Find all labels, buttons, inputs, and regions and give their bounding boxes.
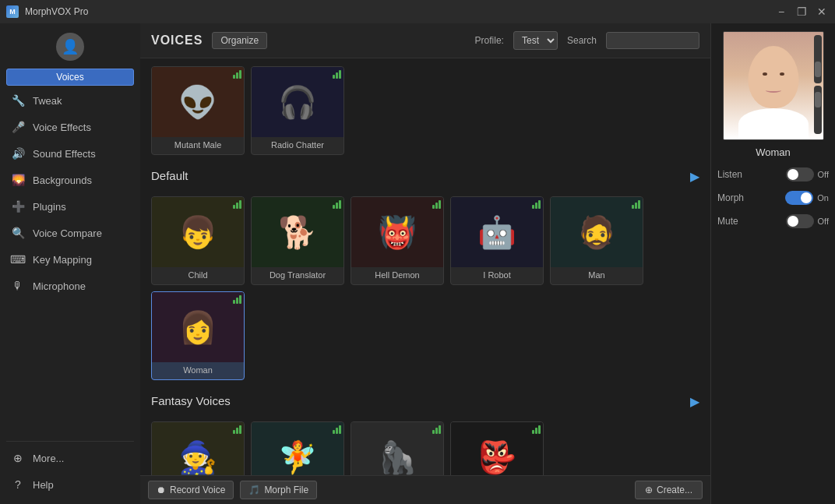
sidebar-item-more[interactable]: ⊕ More... [0,445,140,471]
morph-toggle[interactable] [785,191,813,205]
main-layout: 👤 Voices 🔧 Tweak 🎤 Voice Effects 🔊 Sound… [0,23,835,504]
voice-icon-i-robot: 🤖 [477,214,516,251]
sidebar-icon-help: ? [11,478,25,492]
voice-card-female-pixie[interactable]: 🧚 Female Pixie [251,421,344,475]
voices-button[interactable]: Voices [6,69,134,86]
signal-bars [532,425,541,434]
voice-card-man[interactable]: 🧔 Man [550,196,643,285]
sidebar-icon-sound-effects: 🔊 [11,146,25,160]
morph-file-button[interactable]: 🎵 Morph File [240,481,317,499]
voice-grid-default: 👦 Child 🐕 Dog Translator 👹 Hell Demon [151,196,699,380]
voice-card-i-robot[interactable]: 🤖 I Robot [450,196,544,285]
signal-bars [333,70,341,79]
sidebar-bottom: ⊕ More... ? Help [0,438,140,504]
profile-select[interactable]: Test [513,31,558,50]
selected-voice-image [723,31,824,140]
create-icon: ⊕ [645,485,653,495]
voice-card-giant[interactable]: 🦍 Giant [351,421,444,475]
mute-toggle[interactable] [786,214,814,228]
voice-card-image-dwarf: 🧙 [151,422,245,475]
sidebar-icon-backgrounds: 🌄 [11,173,25,187]
voice-grid-recent: 👽 Mutant Male 🎧 Radio Chatter [151,66,699,155]
signal-bars [233,425,241,434]
sidebar-item-help[interactable]: ? Help [0,471,140,498]
voice-toolbar: ⏺ Record Voice 🎵 Morph File ⊕ Create... [140,475,710,504]
search-input[interactable] [606,32,699,49]
profile-label: Profile: [475,35,504,46]
morph-control: Morph On [717,191,829,205]
minimize-button[interactable]: − [774,5,788,19]
voice-header: VOICES Organize Profile: Test Search [140,23,710,58]
sidebar-item-tweak[interactable]: 🔧 Tweak [0,87,140,114]
voice-card-image-dog-translator: 🐕 [251,197,344,267]
sidebar-label-microphone: Microphone [33,280,86,292]
voice-icon-man: 🧔 [577,214,616,251]
sidebar-item-backgrounds[interactable]: 🌄 Backgrounds [0,167,140,193]
voice-card-image-giant: 🦍 [351,422,444,475]
signal-bars [233,200,241,209]
section-arrow-fantasy[interactable]: ▶ [690,394,699,409]
voice-card-hell-demon[interactable]: 👹 Hell Demon [351,196,444,285]
sidebar-label-help: Help [33,479,54,491]
listen-toggle[interactable] [786,167,814,182]
sidebar: 👤 Voices 🔧 Tweak 🎤 Voice Effects 🔊 Sound… [0,23,140,504]
voice-card-dog-translator[interactable]: 🐕 Dog Translator [251,196,344,285]
voice-sections: 👽 Mutant Male 🎧 Radio Chatter Default ▶ … [151,66,699,475]
section-arrow-default[interactable]: ▶ [690,169,699,184]
close-button[interactable]: ✕ [815,5,829,19]
voice-card-woman[interactable]: 👩 Woman [151,291,245,380]
sidebar-item-voice-effects[interactable]: 🎤 Voice Effects [0,114,140,140]
voice-grid-fantasy: 🧙 Dwarf 🧚 Female Pixie 🦍 Giant [151,421,699,475]
voice-card-child[interactable]: 👦 Child [151,196,245,285]
sidebar-item-plugins[interactable]: ➕ Plugins [0,193,140,220]
voice-card-radio-chatter[interactable]: 🎧 Radio Chatter [251,66,344,155]
voice-card-image-child: 👦 [151,197,245,267]
signal-bars [333,200,341,209]
avatar: 👤 [56,33,84,61]
morph-state: On [817,193,829,203]
sidebar-item-microphone[interactable]: 🎙 Microphone [0,273,140,299]
sidebar-icon-voice-effects: 🎤 [11,120,25,134]
voice-card-name-man: Man [585,267,608,284]
organize-button[interactable]: Organize [212,32,267,49]
record-voice-button[interactable]: ⏺ Record Voice [148,481,234,499]
voice-card-mutant-male[interactable]: 👽 Mutant Male [151,66,245,155]
sidebar-label-voice-effects: Voice Effects [33,122,91,133]
record-icon: ⏺ [157,485,166,495]
voice-card-nasty-gnome[interactable]: 👺 Nasty Gnome [450,421,544,475]
sidebar-icon-key-mapping: ⌨ [11,252,25,266]
sidebar-bottom-nav: ⊕ More... ? Help [0,445,140,498]
voice-icon-dog-translator: 🐕 [278,214,317,251]
voice-card-image-i-robot: 🤖 [450,197,544,267]
voice-grid-area[interactable]: 👽 Mutant Male 🎧 Radio Chatter Default ▶ … [140,58,710,475]
create-button[interactable]: ⊕ Create... [635,481,703,499]
mute-label: Mute [717,216,738,227]
voice-card-image-mutant-male: 👽 [151,67,245,137]
signal-bars [532,200,541,209]
sidebar-item-sound-effects[interactable]: 🔊 Sound Effects [0,140,140,167]
sidebar-item-key-mapping[interactable]: ⌨ Key Mapping [0,246,140,273]
restore-button[interactable]: ❐ [794,5,809,19]
voice-card-image-female-pixie: 🧚 [251,422,344,475]
voice-icon-woman: 👩 [178,309,217,346]
section-row-default: Default ▶ [151,163,699,190]
voice-icon-dwarf: 🧙 [178,439,217,476]
voice-card-image-hell-demon: 👹 [351,197,444,267]
sidebar-label-voice-compare: Voice Compare [33,227,102,239]
voice-card-name-mutant-male: Mutant Male [171,137,225,154]
signal-bars [432,200,441,209]
voice-icon-giant: 🦍 [378,439,417,476]
voice-card-name-child: Child [185,267,210,284]
listen-state: Off [818,170,829,179]
signal-bars [233,70,241,79]
voice-card-image-nasty-gnome: 👺 [450,422,544,475]
sidebar-label-more: More... [33,453,64,464]
voice-card-name-woman: Woman [180,362,216,379]
sidebar-label-tweak: Tweak [33,95,62,107]
section-label-default: Default [151,169,188,182]
sidebar-item-voice-compare[interactable]: 🔍 Voice Compare [0,220,140,246]
listen-control: Listen Off [717,167,829,182]
sidebar-icon-microphone: 🎙 [11,279,25,293]
voice-card-dwarf[interactable]: 🧙 Dwarf [151,421,245,475]
sidebar-icon-plugins: ➕ [11,199,25,213]
